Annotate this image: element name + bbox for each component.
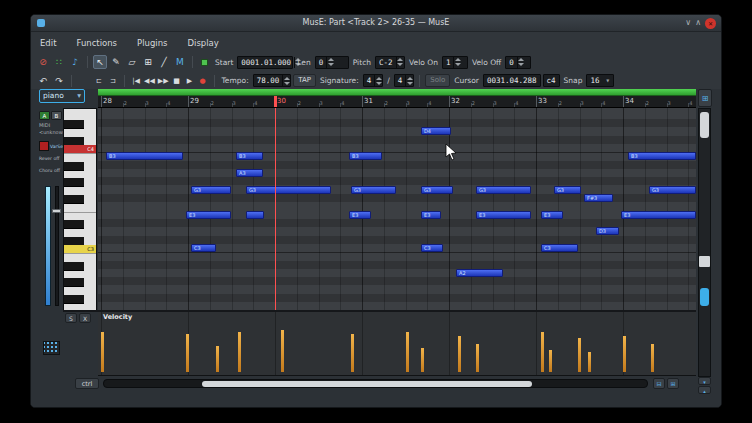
send-row-0[interactable]: VarSe off	[39, 141, 65, 151]
shade-button[interactable]: ∨	[685, 17, 691, 29]
black-key[interactable]	[64, 220, 84, 229]
midi-note-G3[interactable]: G3	[246, 186, 331, 194]
black-key[interactable]	[64, 278, 84, 287]
midi-note-G3[interactable]: G3	[554, 186, 581, 194]
volume-slider-track[interactable]	[55, 186, 59, 306]
ruler-bar-33[interactable]: 33	[538, 97, 547, 105]
midi-note-D4[interactable]: D4	[421, 127, 451, 135]
midi-input-button[interactable]: ♪	[68, 55, 82, 69]
speaker-icon[interactable]	[77, 74, 91, 88]
midi-note-G3[interactable]: G3	[421, 186, 453, 194]
record-button[interactable]: ●	[197, 74, 209, 88]
signature-numerator[interactable]: 4	[363, 74, 384, 87]
bank-b-button[interactable]: B	[51, 111, 62, 120]
midi-note-B3[interactable]: B3	[236, 152, 263, 160]
line-tool-button[interactable]: ╱	[157, 55, 171, 69]
midi-note-B3[interactable]: B3	[349, 152, 382, 160]
menu-display[interactable]: Display	[187, 36, 220, 50]
midi-note-G3[interactable]: G3	[649, 186, 696, 194]
stop-button[interactable]: ■	[171, 74, 183, 88]
midi-note-C3[interactable]: C3	[421, 244, 443, 252]
velocity-bar[interactable]	[623, 336, 626, 372]
grid-config-icon[interactable]: ⊞	[698, 89, 712, 107]
tempo-spinbox[interactable]: 78.00	[253, 74, 292, 87]
splitter-handle[interactable]	[699, 256, 710, 267]
velo-on-spinbox[interactable]: 1	[442, 56, 468, 69]
midi-note-G3[interactable]: G3	[351, 186, 396, 194]
ruler-bar-30[interactable]: 30	[277, 97, 286, 105]
menu-functions[interactable]: Functions	[75, 36, 118, 50]
part-selector-dropdown[interactable]: piano ▾	[39, 89, 85, 103]
eraser-tool-button[interactable]: ▱	[125, 55, 139, 69]
highlighted-key-C3[interactable]: C3	[64, 245, 96, 253]
horizontal-scrollbar-thumb[interactable]	[202, 381, 532, 387]
midi-note-D3[interactable]: D3	[596, 227, 619, 235]
velocity-bar[interactable]	[588, 352, 591, 372]
velocity-bar[interactable]	[186, 334, 189, 372]
velocity-bar[interactable]	[406, 332, 409, 372]
timeline-ruler[interactable]: 28234292343023431234322343323434234	[98, 96, 696, 108]
playhead-marker[interactable]	[274, 96, 277, 107]
horizontal-scrollbar[interactable]	[103, 379, 648, 388]
highlighted-key-C4[interactable]: C4	[64, 145, 96, 153]
goto-start-button[interactable]: |◀	[130, 74, 142, 88]
redo-button[interactable]: ↷	[52, 74, 66, 88]
ctrl-menu-button[interactable]: ctrl	[75, 378, 99, 389]
velocity-bar[interactable]	[651, 344, 654, 372]
len-spinbox[interactable]: 0	[315, 56, 349, 69]
midi-note-G3[interactable]: G3	[476, 186, 531, 194]
vertical-scrollbar-thumb[interactable]	[700, 112, 709, 138]
midi-note-E3[interactable]: E3	[541, 211, 563, 219]
midi-note-G3[interactable]: G3	[191, 186, 231, 194]
ruler-bar-34[interactable]: 34	[625, 97, 634, 105]
meter-tool-button[interactable]: M	[173, 55, 187, 69]
ruler-bar-28[interactable]: 28	[103, 97, 112, 105]
ruler-bar-29[interactable]: 29	[190, 97, 199, 105]
undo-button[interactable]: ↶	[36, 74, 50, 88]
hzoom-out-icon[interactable]: ⊟	[653, 378, 665, 389]
midi-note-A2[interactable]: A2	[456, 269, 503, 277]
velocity-bar[interactable]	[458, 336, 461, 372]
velocity-bar[interactable]	[101, 332, 104, 372]
punch-in-button[interactable]: ⊏	[93, 74, 105, 88]
midi-note-E3[interactable]: E3	[421, 211, 441, 219]
black-key[interactable]	[64, 178, 84, 187]
midi-note-E3[interactable]: E3	[621, 211, 696, 219]
midi-controllers-icon[interactable]	[43, 341, 60, 355]
pointer-tool-button[interactable]: ↖	[93, 55, 107, 69]
black-key[interactable]	[64, 162, 84, 171]
send-row-2[interactable]: Choru off	[39, 165, 65, 175]
vzoom-out-icon[interactable]: ▾	[698, 377, 711, 385]
piano-keyboard[interactable]: C4C3	[63, 108, 97, 311]
ruler-bar-31[interactable]: 31	[364, 97, 373, 105]
signature-denominator[interactable]: 4	[394, 74, 415, 87]
velocity-bar[interactable]	[238, 332, 241, 372]
midi-note-B3[interactable]: B3	[628, 152, 696, 160]
midi-note-E3[interactable]: E3	[186, 211, 231, 219]
vertical-scrollbar[interactable]	[698, 108, 711, 377]
send-row-1[interactable]: Rever off	[39, 153, 65, 163]
solo-button[interactable]: Solo	[425, 74, 450, 87]
menu-plugins[interactable]: Plugins	[136, 36, 168, 50]
lane-close-button[interactable]: X	[79, 313, 91, 323]
panic-button[interactable]: ⊘	[36, 55, 50, 69]
velocity-bar[interactable]	[216, 346, 219, 372]
note-grid[interactable]: D4B3B3B3B3A3G3G3G3G3G3G3G3F#3E3E3E3E3E3E…	[98, 108, 696, 311]
step-record-button[interactable]: ∷	[52, 55, 66, 69]
midi-note-A3[interactable]: A3	[236, 169, 263, 177]
start-spinbox[interactable]: 0001.01.000	[237, 56, 293, 69]
midi-note-E3[interactable]: E3	[349, 211, 371, 219]
black-key[interactable]	[64, 120, 84, 129]
pitch-spinbox[interactable]: C-2	[375, 56, 405, 69]
titlebar[interactable]: MusE: Part <Track 2> 26-35 — MusE ∨ ∧ ✕	[31, 15, 721, 32]
vzoom-in-icon[interactable]: ▴	[698, 386, 711, 394]
velocity-lane[interactable]	[98, 312, 696, 376]
black-key[interactable]	[64, 295, 84, 304]
midi-note-C3[interactable]: C3	[541, 244, 578, 252]
unshade-button[interactable]: ∧	[695, 17, 701, 29]
velocity-bar[interactable]	[549, 350, 552, 372]
midi-note-E3[interactable]: E3	[476, 211, 531, 219]
pencil-tool-button[interactable]: ✎	[109, 55, 123, 69]
midi-note-B3[interactable]: B3	[106, 152, 183, 160]
black-key[interactable]	[64, 195, 84, 204]
